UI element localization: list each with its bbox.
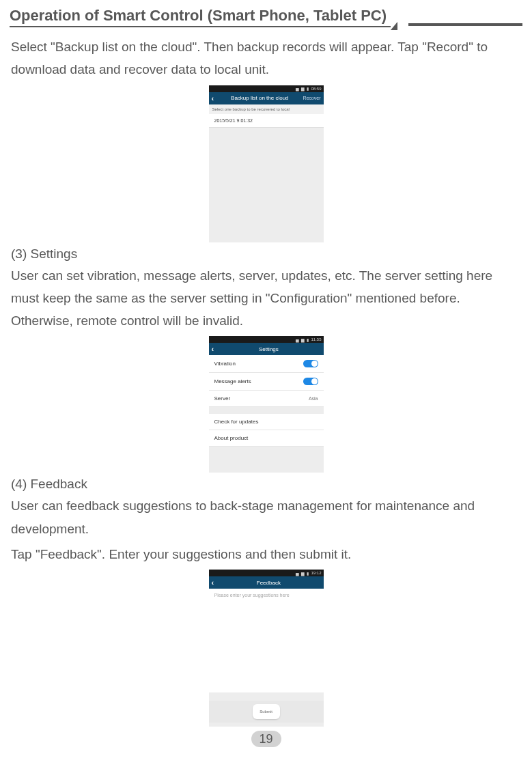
backup-record-row[interactable]: 2015/5/21 9:01:32 (209, 114, 324, 128)
signal-icon: ▅ (296, 337, 299, 342)
row-about[interactable]: About product (209, 430, 324, 447)
recover-button[interactable]: Recover (303, 96, 320, 100)
nav-bar: ‹ Backup list on the cloud Recover (209, 92, 324, 104)
status-bar: ▅ ▆ ▮ 11:55 (209, 336, 324, 343)
feedback-heading: (4) Feedback (11, 477, 522, 492)
status-time: 11:55 (311, 337, 321, 341)
header-rule (408, 23, 522, 27)
row-label: Message alerts (214, 378, 251, 384)
feedback-textarea[interactable]: Please enter your suggestions here (209, 589, 324, 692)
nav-title: Settings (216, 346, 320, 352)
status-time: 19:12 (311, 571, 321, 575)
feedback-paragraph-2: Tap "Feedback". Enter your suggestions a… (11, 543, 522, 565)
nav-bar: ‹ Settings (209, 343, 324, 355)
submit-bar: Submit (209, 701, 324, 723)
status-time: 08:59 (311, 87, 321, 91)
row-vibration[interactable]: Vibration (209, 355, 324, 373)
settings-heading: (3) Settings (11, 247, 522, 262)
signal-icon: ▅ (296, 571, 299, 576)
backup-hint: Select one backup to be recovered to loc… (209, 104, 324, 114)
wifi-icon: ▆ (301, 86, 305, 91)
header-slant (391, 22, 397, 30)
settings-separator (209, 407, 324, 414)
back-icon[interactable]: ‹ (212, 94, 214, 102)
wifi-icon: ▆ (301, 571, 305, 576)
feedback-paragraph-1: User can feedback suggestions to back-st… (11, 494, 522, 540)
back-icon[interactable]: ‹ (212, 345, 214, 353)
toggle-on-icon[interactable] (303, 360, 318, 367)
settings-paragraph: User can set vibration, message alerts, … (11, 264, 522, 333)
row-label: Check for updates (214, 419, 259, 425)
page-footer: 19 (10, 731, 522, 747)
section-header: Operation of Smart Control (Smart Phone,… (10, 7, 522, 27)
nav-title: Backup list on the cloud (216, 95, 303, 101)
section-title: Operation of Smart Control (Smart Phone,… (10, 7, 391, 27)
battery-icon: ▮ (307, 571, 309, 576)
wifi-icon: ▆ (301, 337, 305, 342)
back-icon[interactable]: ‹ (212, 578, 214, 587)
battery-icon: ▮ (307, 337, 309, 342)
row-value: Asia (309, 396, 318, 401)
phone-screenshot-backup: ▅ ▆ ▮ 08:59 ‹ Backup list on the cloud R… (209, 85, 324, 242)
row-check-updates[interactable]: Check for updates (209, 414, 324, 430)
row-label: About product (214, 435, 249, 441)
row-label: Server (214, 395, 231, 402)
phone-screenshot-feedback: ▅ ▆ ▮ 19:12 ‹ Feedback Please enter your… (209, 570, 324, 727)
battery-icon: ▮ (307, 86, 309, 91)
signal-icon: ▅ (296, 86, 299, 91)
backup-paragraph: Select "Backup list on the cloud". Then … (11, 36, 522, 81)
status-bar: ▅ ▆ ▮ 19:12 (209, 570, 324, 576)
row-server[interactable]: Server Asia (209, 391, 324, 407)
row-label: Vibration (214, 361, 236, 367)
nav-title: Feedback (216, 580, 320, 586)
row-message-alerts[interactable]: Message alerts (209, 373, 324, 391)
submit-button[interactable]: Submit (253, 704, 280, 719)
nav-bar: ‹ Feedback (209, 576, 324, 589)
status-bar: ▅ ▆ ▮ 08:59 (209, 85, 324, 92)
page-number: 19 (251, 731, 281, 747)
toggle-on-icon[interactable] (303, 378, 318, 385)
phone-screenshot-settings: ▅ ▆ ▮ 11:55 ‹ Settings Vibration Message… (209, 336, 324, 473)
